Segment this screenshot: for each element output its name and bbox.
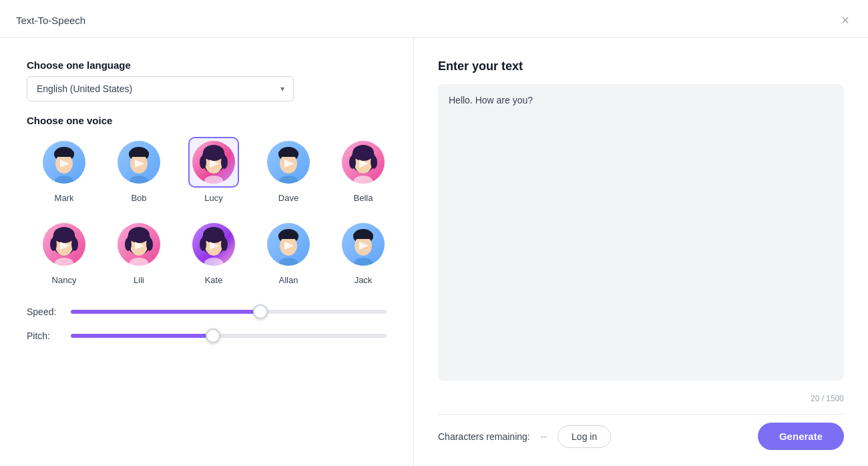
voice-item-nancy[interactable]: Nancy xyxy=(27,214,101,290)
voice-avatar-wrapper-jack xyxy=(338,219,389,270)
svg-point-25 xyxy=(349,156,356,169)
voice-name-lili: Lili xyxy=(134,275,144,285)
voice-name-kate: Kate xyxy=(205,275,223,285)
text-section-label: Enter your text xyxy=(438,59,844,73)
right-panel: Enter your text 20 / 1500 Characters rem… xyxy=(414,38,868,466)
voice-avatar-bob xyxy=(118,141,160,184)
language-select-wrapper: English (United States) English (United … xyxy=(27,76,294,101)
language-section-label: Choose one language xyxy=(27,59,387,71)
voice-avatar-wrapper-kate xyxy=(188,219,239,270)
voice-name-dave: Dave xyxy=(278,193,298,203)
voice-avatar-wrapper-allan xyxy=(263,219,314,270)
left-panel: Choose one language English (United Stat… xyxy=(0,38,414,466)
voice-name-jack: Jack xyxy=(355,275,373,285)
voice-section-label: Choose one voice xyxy=(27,115,387,126)
svg-point-13 xyxy=(200,156,206,169)
voice-item-bella[interactable]: Bella xyxy=(326,132,401,208)
dialog: Text-To-Speech × Choose one language Eng… xyxy=(0,0,868,466)
voice-avatar-dave xyxy=(267,141,310,184)
pitch-slider[interactable] xyxy=(71,334,387,338)
voice-avatar-wrapper-bob xyxy=(114,137,164,188)
voice-item-lili[interactable]: Lili xyxy=(101,214,176,290)
svg-point-26 xyxy=(371,156,377,169)
sliders-section: Speed: Pitch: xyxy=(27,306,387,341)
svg-point-24 xyxy=(353,145,374,161)
voice-avatar-nancy xyxy=(43,223,85,266)
voice-item-kate[interactable]: Kate xyxy=(176,214,251,290)
svg-point-34 xyxy=(55,258,73,266)
voice-avatar-allan xyxy=(267,223,310,266)
svg-point-3 xyxy=(55,176,73,184)
generate-button[interactable]: Generate xyxy=(758,423,844,450)
svg-point-41 xyxy=(130,258,148,266)
dialog-title: Text-To-Speech xyxy=(16,15,85,26)
voice-item-mark[interactable]: Mark xyxy=(27,132,101,208)
svg-point-46 xyxy=(200,238,206,251)
svg-point-53 xyxy=(279,258,298,266)
login-button[interactable]: Log in xyxy=(558,425,611,448)
svg-point-14 xyxy=(221,156,228,169)
svg-point-8 xyxy=(130,176,148,184)
svg-rect-2 xyxy=(54,150,74,157)
voice-avatar-wrapper-lucy xyxy=(188,137,239,188)
svg-point-45 xyxy=(203,227,224,243)
voice-name-allan: Allan xyxy=(279,275,298,285)
pitch-label: Pitch: xyxy=(27,330,60,341)
chars-remaining-value: -- xyxy=(541,431,547,442)
svg-point-33 xyxy=(71,238,78,251)
voice-avatar-bella xyxy=(342,141,385,184)
language-select[interactable]: English (United States) English (United … xyxy=(27,76,294,101)
svg-point-12 xyxy=(203,145,224,161)
voice-item-bob[interactable]: Bob xyxy=(101,132,176,208)
close-button[interactable]: × xyxy=(839,12,852,28)
voice-name-bob: Bob xyxy=(131,193,146,203)
voice-avatar-wrapper-dave xyxy=(263,137,314,188)
svg-point-27 xyxy=(354,176,373,184)
bottom-bar: Characters remaining: -- Log in Generate xyxy=(438,414,844,450)
svg-point-40 xyxy=(146,238,153,251)
svg-point-39 xyxy=(125,238,132,251)
svg-point-38 xyxy=(128,227,150,243)
svg-rect-52 xyxy=(278,232,298,239)
voice-name-nancy: Nancy xyxy=(52,275,77,285)
voice-avatar-lucy xyxy=(192,141,235,184)
speed-row: Speed: xyxy=(27,306,387,317)
voice-avatar-wrapper-bella xyxy=(338,137,389,188)
voice-item-allan[interactable]: Allan xyxy=(251,214,326,290)
svg-rect-19 xyxy=(278,150,298,157)
speed-label: Speed: xyxy=(27,306,60,317)
svg-point-47 xyxy=(221,238,228,251)
voice-name-mark: Mark xyxy=(55,193,74,203)
voice-avatar-wrapper-mark xyxy=(39,137,89,188)
dialog-body: Choose one language English (United Stat… xyxy=(0,38,868,466)
voice-avatar-wrapper-lili xyxy=(114,219,164,270)
svg-point-31 xyxy=(53,227,75,243)
svg-rect-7 xyxy=(129,150,149,157)
chars-remaining-label: Characters remaining: xyxy=(438,431,530,442)
voice-item-dave[interactable]: Dave xyxy=(251,132,326,208)
pitch-row: Pitch: xyxy=(27,330,387,341)
voice-item-lucy[interactable]: Lucy xyxy=(176,132,251,208)
voice-avatar-kate xyxy=(192,223,235,266)
dialog-header: Text-To-Speech × xyxy=(0,0,868,38)
voice-avatar-lili xyxy=(118,223,160,266)
voice-avatar-mark xyxy=(43,141,85,184)
voice-avatar-wrapper-nancy xyxy=(39,219,89,270)
svg-point-48 xyxy=(204,258,223,266)
voice-name-lucy: Lucy xyxy=(204,193,222,203)
svg-point-20 xyxy=(279,176,298,184)
char-counter: 20 / 1500 xyxy=(438,394,844,403)
voice-name-bella: Bella xyxy=(354,193,373,203)
language-section: Choose one language English (United Stat… xyxy=(27,59,387,101)
voice-section: Choose one voice Mark xyxy=(27,115,387,290)
svg-point-58 xyxy=(354,258,373,266)
speed-slider[interactable] xyxy=(71,310,387,314)
svg-point-32 xyxy=(50,238,57,251)
svg-rect-57 xyxy=(353,232,373,239)
text-input[interactable] xyxy=(438,84,844,381)
voice-grid: Mark Bob xyxy=(27,132,401,290)
voice-item-jack[interactable]: Jack xyxy=(326,214,401,290)
svg-point-15 xyxy=(204,176,223,184)
voice-avatar-jack xyxy=(342,223,385,266)
